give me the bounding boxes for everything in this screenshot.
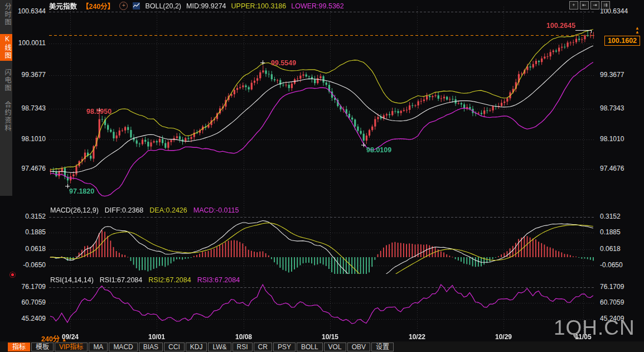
axis-tick-label: 97.4676 xyxy=(600,165,624,172)
x-axis-label: 10/15 xyxy=(322,333,338,341)
toolbar-item-cr[interactable]: CR xyxy=(254,343,272,351)
y-axis-left: 100.6344100.001199.367798.734398.101097.… xyxy=(13,0,47,333)
axis-tick-label: -0.0650 xyxy=(23,261,46,269)
macd-dea-value: DEA:0.2426 xyxy=(149,206,187,214)
axis-tick-label: 60.7059 xyxy=(22,298,46,306)
rsi1-value: RSI1:67.2084 xyxy=(100,276,142,284)
crosshair-icon[interactable]: + xyxy=(569,1,578,9)
axis-tick-label: 98.7343 xyxy=(22,104,46,112)
axis-tick-label: 98.1010 xyxy=(22,135,46,143)
circle-plus-icon[interactable]: + xyxy=(119,2,128,10)
toolbar-item-indicators[interactable]: 指标 xyxy=(8,343,30,351)
toolbar-item-psy[interactable]: PSY xyxy=(273,343,296,351)
price-annotation-low: 97.1820 xyxy=(69,187,94,195)
period-selector[interactable]: 240分 ▲ xyxy=(41,333,67,344)
sidebar-tab-flash-chart[interactable]: 闪电图 xyxy=(0,67,12,93)
symbol-name: 美元指数 xyxy=(49,1,77,11)
axis-tick-label: 100.0011 xyxy=(18,39,46,47)
rsi3-value: RSI3:67.2084 xyxy=(197,276,240,284)
toolbar-item-cci[interactable]: CCI xyxy=(164,343,185,351)
indicator-toolbar: 指标模板VIP指标MAMACDBIASCCIKDJLW&RSICRPSYBOLL… xyxy=(0,341,644,352)
boll-lower-value: LOWER:99.5362 xyxy=(291,2,344,10)
x-axis-label: 10/22 xyxy=(409,333,425,341)
axis-tick-label: 0.3152 xyxy=(25,213,46,220)
shift-right-icon[interactable]: ⇉ xyxy=(601,1,610,9)
kline-chart-icon xyxy=(133,2,140,9)
price-annotation-high: 99.5549 xyxy=(271,59,296,67)
axis-tick-label: 99.3677 xyxy=(600,71,624,79)
price-annotation-low: 98.0109 xyxy=(366,146,391,154)
axis-tick-label: -0.0650 xyxy=(600,261,623,269)
boll-params-label: BOLL(20,2) xyxy=(145,2,181,10)
sidebar-tab-kline-chart[interactable]: K线图 xyxy=(0,34,12,61)
toolbar-item-ma[interactable]: MA xyxy=(89,343,108,351)
toolbar-item-bias[interactable]: BIAS xyxy=(139,343,163,351)
axis-tick-label: 0.0618 xyxy=(25,245,46,253)
toolbar-item-kdj[interactable]: KDJ xyxy=(186,343,207,351)
axis-tick-label: 76.1709 xyxy=(22,283,46,291)
rsi-params-label: RSI(14,14,14) xyxy=(50,276,94,284)
toolbar-item-settings[interactable]: 设置 xyxy=(371,343,394,351)
toolbar-item-macd[interactable]: MACD xyxy=(109,343,137,351)
boll-mid-value: MID:99.9274 xyxy=(186,2,226,10)
chevron-up-icon: ▲ xyxy=(62,337,67,343)
x-axis-label: 10/01 xyxy=(148,333,165,341)
axis-tick-label: 0.1885 xyxy=(25,228,46,236)
futures-chart-app: 分时图K线图闪电图合约资料 美元指数 【240分】 + BOLL(20,2) M… xyxy=(0,0,644,352)
macd-header: MACD(26,12,9) DIFF:0.2368 DEA:0.2426 MAC… xyxy=(50,206,239,214)
rsi2-value: RSI2:67.2084 xyxy=(148,276,191,284)
period-badge[interactable]: 【240分】 xyxy=(82,1,114,11)
macd-params-label: MACD(26,12,9) xyxy=(50,206,99,214)
axis-tick-label: 98.1010 xyxy=(600,135,624,143)
compress-left-icon[interactable]: ⇤ xyxy=(580,1,589,9)
chart-scale-controls: +⇤⇥⇉ xyxy=(569,1,610,9)
axis-tick-label: 97.4676 xyxy=(22,165,46,172)
left-sidebar: 分时图K线图闪电图合约资料 xyxy=(0,0,12,196)
x-axis: 09/2410/0110/0810/1510/2210/2911/05 xyxy=(0,332,644,341)
price-up-arrow-icon: ▲▲ xyxy=(635,26,640,34)
boll-upper-value: UPPER:100.3186 xyxy=(231,2,287,10)
axis-tick-label: 45.2409 xyxy=(22,315,46,322)
axis-tick-label: 99.3677 xyxy=(22,71,46,79)
sidebar-tab-time-chart[interactable]: 分时图 xyxy=(0,2,12,27)
axis-tick-label: 0.1885 xyxy=(600,228,621,236)
macd-hist-value: MACD:-0.0115 xyxy=(193,206,239,214)
sidebar-tab-contract-info[interactable]: 合约资料 xyxy=(0,100,12,133)
axis-tick-label: 76.1709 xyxy=(600,283,624,291)
compress-right-icon[interactable]: ⇥ xyxy=(590,1,599,9)
current-price-tag: 100.1602 xyxy=(604,36,640,46)
toolbar-item-obv[interactable]: OBV xyxy=(347,343,370,351)
rsi-header: RSI(14,14,14) RSI1:67.2084 RSI2:67.2084 … xyxy=(50,276,240,284)
alert-dot-icon[interactable] xyxy=(9,272,16,278)
toolbar-item-lw[interactable]: LW& xyxy=(208,343,231,351)
y-axis-right: 100.634499.367798.734398.101097.46760.31… xyxy=(599,0,643,333)
axis-tick-label: 98.7343 xyxy=(600,104,624,112)
x-axis-label: 10/29 xyxy=(495,333,512,341)
x-axis-label: 10/08 xyxy=(235,333,252,341)
toolbar-item-rsi[interactable]: RSI xyxy=(233,343,253,351)
price-annotation-high: 100.2645 xyxy=(546,22,575,30)
macd-diff-value: DIFF:0.2368 xyxy=(105,206,143,214)
axis-tick-label: 100.6344 xyxy=(18,7,46,15)
axis-tick-label: 0.3152 xyxy=(600,213,621,220)
axis-tick-label: 60.7059 xyxy=(600,298,624,306)
watermark: 1QH.CN xyxy=(554,316,635,340)
price-annotation-high: 98.5950 xyxy=(86,108,112,115)
toolbar-item-vol[interactable]: VOL xyxy=(324,343,346,351)
chart-header: 美元指数 【240分】 + BOLL(20,2) MID:99.9274 UPP… xyxy=(49,1,344,11)
axis-tick-label: 0.0618 xyxy=(600,245,621,253)
toolbar-item-boll[interactable]: BOLL xyxy=(297,343,323,351)
